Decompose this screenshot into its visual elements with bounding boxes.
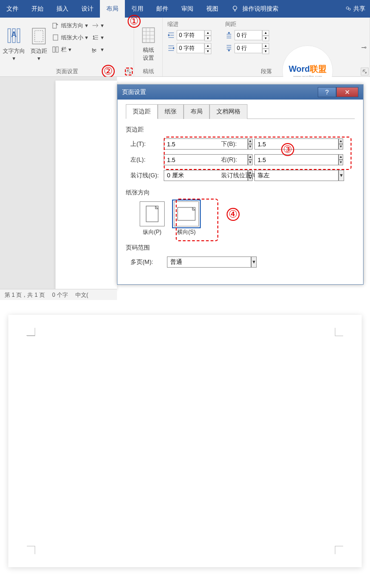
breaks-button[interactable]: ▾ xyxy=(90,19,105,31)
tab-design[interactable]: 设计 xyxy=(75,0,100,18)
share-button[interactable]: 共享 xyxy=(345,0,365,18)
pin-icon[interactable]: ⊸ xyxy=(361,44,367,51)
svg-rect-12 xyxy=(56,47,58,52)
tab-layout[interactable]: 布局 xyxy=(100,0,125,18)
group-page-setup: A 文字方向▾ 页边距▾ 纸张方向▾ 纸张大小▾ 栏▾ ▾ 1▾ bc▾ xyxy=(0,18,134,76)
svg-rect-9 xyxy=(53,23,56,28)
line-numbers-button[interactable]: 1▾ xyxy=(90,31,105,44)
ribbon-body: A 文字方向▾ 页边距▾ 纸张方向▾ 纸张大小▾ 栏▾ ▾ 1▾ bc▾ xyxy=(0,18,370,77)
group-paragraph: 缩进 ▲▼ ▲▼ 间距 ▲▼ ▲▼ xyxy=(163,18,370,76)
callout-1: ① xyxy=(128,15,141,28)
spacing-header: 间距 xyxy=(225,20,269,28)
svg-point-0 xyxy=(233,6,237,10)
orientation-button[interactable]: 纸张方向▾ xyxy=(50,19,90,31)
size-button[interactable]: 纸张大小▾ xyxy=(50,31,90,44)
tab-file[interactable]: 文件 xyxy=(0,0,25,18)
text-direction-button[interactable]: A 文字方向▾ xyxy=(0,18,28,68)
spacing-before-icon xyxy=(225,31,233,39)
svg-rect-10 xyxy=(53,35,58,40)
svg-rect-3 xyxy=(8,29,11,43)
indent-right-icon xyxy=(167,44,175,52)
svg-point-2 xyxy=(348,8,350,10)
callout-2: ② xyxy=(102,65,115,77)
indent-left-icon xyxy=(167,31,175,39)
indent-right-spinner[interactable]: ▲▼ xyxy=(177,43,211,53)
svg-rect-8 xyxy=(35,31,43,42)
tab-view[interactable]: 视图 xyxy=(200,0,225,18)
lightbulb-icon xyxy=(231,5,239,13)
svg-text:bc: bc xyxy=(92,48,97,52)
indent-left-spinner[interactable]: ▲▼ xyxy=(177,30,211,40)
tab-mailings[interactable]: 邮件 xyxy=(150,0,175,18)
tell-me-search[interactable]: 操作说明搜索 xyxy=(242,5,278,13)
group-label-paragraph: 段落 xyxy=(163,68,370,75)
columns-button[interactable]: 栏▾ xyxy=(50,44,90,56)
svg-text:A: A xyxy=(11,31,17,38)
indent-header: 缩进 xyxy=(167,20,211,28)
svg-rect-11 xyxy=(53,47,55,52)
hyphenation-button[interactable]: bc▾ xyxy=(90,44,105,56)
paragraph-launcher[interactable] xyxy=(361,68,369,75)
margins-button[interactable]: 页边距▾ xyxy=(28,18,50,68)
tab-review[interactable]: 审阅 xyxy=(175,0,200,18)
tab-insert[interactable]: 插入 xyxy=(50,0,75,18)
group-label-manuscript: 稿纸 xyxy=(134,68,162,75)
svg-point-1 xyxy=(346,7,349,9)
svg-rect-5 xyxy=(17,29,20,43)
spacing-after-spinner[interactable]: ▲▼ xyxy=(234,43,269,53)
spacing-before-spinner[interactable]: ▲▼ xyxy=(234,30,269,40)
ribbon-tabs: 文件 开始 插入 设计 布局 引用 邮件 审阅 视图 操作说明搜索 共享 xyxy=(0,0,370,18)
page-setup-launcher[interactable] xyxy=(125,68,133,75)
tab-home[interactable]: 开始 xyxy=(25,0,50,18)
spacing-after-icon xyxy=(225,44,233,52)
